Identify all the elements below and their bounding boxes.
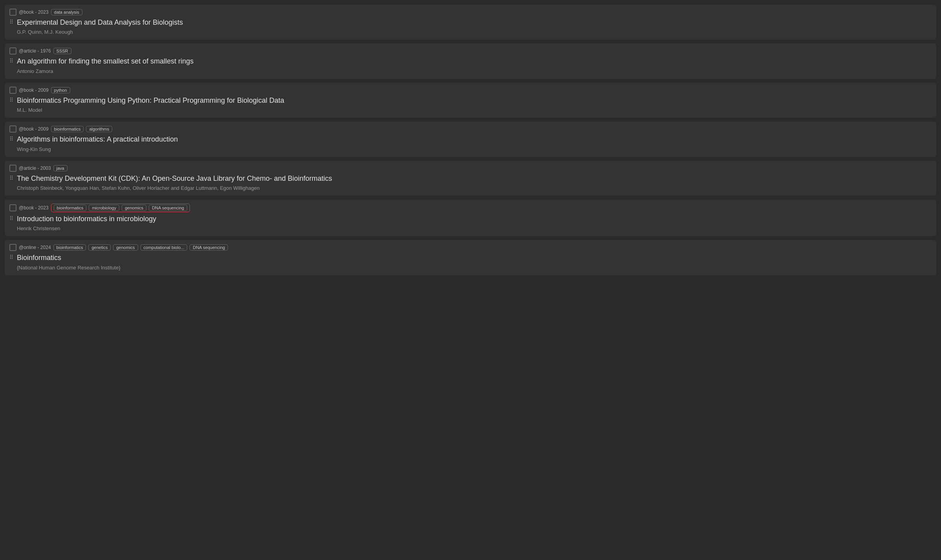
- drag-handle-icon[interactable]: ⠿: [9, 253, 17, 261]
- entry-checkbox[interactable]: [9, 165, 16, 172]
- entry-checkbox[interactable]: [9, 47, 16, 55]
- entry-checkbox[interactable]: [9, 87, 16, 94]
- entry-title[interactable]: Bioinformatics Programming Using Python:…: [17, 96, 932, 105]
- entry-card: @book - 2023data analysis⠿Experimental D…: [5, 5, 936, 40]
- entry-body-row: ⠿Introduction to bioinformatics in micro…: [9, 214, 932, 231]
- entry-authors: G.P. Quinn, M.J. Keough: [17, 29, 932, 35]
- entry-authors: Wing-Kin Sung: [17, 146, 932, 152]
- entry-title[interactable]: Algorithms in bioinformatics: A practica…: [17, 135, 932, 144]
- entry-authors: Henrik Christensen: [17, 225, 932, 231]
- entry-type-badge: @online - 2024: [19, 245, 51, 250]
- entry-type-badge: @book - 2009: [19, 126, 49, 132]
- entry-card: @article - 2003java⠿The Chemistry Develo…: [5, 161, 936, 196]
- entry-tag[interactable]: microbiology: [89, 205, 119, 211]
- entry-title[interactable]: Introduction to bioinformatics in microb…: [17, 215, 932, 224]
- entry-meta-row: @book - 2009bioinformaticsalgorithms: [9, 125, 932, 133]
- entry-checkbox[interactable]: [9, 9, 16, 16]
- entry-tag[interactable]: data analysis: [51, 9, 82, 15]
- entry-body-row: ⠿Experimental Design and Data Analysis f…: [9, 17, 932, 35]
- entry-meta-row: @article - 1976SSSR: [9, 47, 932, 55]
- entry-tag[interactable]: algorithms: [86, 126, 112, 132]
- drag-handle-icon[interactable]: ⠿: [9, 215, 17, 222]
- entry-card: @article - 1976SSSR⠿An algorithm for fin…: [5, 44, 936, 78]
- entry-body-row: ⠿Bioinformatics Programming Using Python…: [9, 95, 932, 113]
- entry-checkbox[interactable]: [9, 125, 16, 133]
- entry-checkbox[interactable]: [9, 244, 16, 251]
- entry-authors: M.L. Model: [17, 107, 932, 113]
- entry-card: @book - 2023bioinformaticsmicrobiologyge…: [5, 200, 936, 236]
- entry-meta-row: @book - 2023bioinformaticsmicrobiologyge…: [9, 204, 932, 212]
- entry-content: An algorithm for finding the smallest se…: [17, 56, 932, 74]
- entry-content: Experimental Design and Data Analysis fo…: [17, 17, 932, 35]
- entry-tag[interactable]: java: [53, 165, 67, 171]
- entry-content: Introduction to bioinformatics in microb…: [17, 214, 932, 231]
- entry-content: The Chemistry Development Kit (CDK): An …: [17, 173, 932, 191]
- entry-meta-row: @book - 2023data analysis: [9, 9, 932, 16]
- entry-tag[interactable]: bioinformatics: [53, 244, 86, 251]
- drag-handle-icon[interactable]: ⠿: [9, 18, 17, 26]
- entry-tag[interactable]: bioinformatics: [54, 205, 87, 211]
- entry-type-badge: @article - 2003: [19, 165, 51, 171]
- entry-content: Bioinformatics Programming Using Python:…: [17, 95, 932, 113]
- entry-title[interactable]: Experimental Design and Data Analysis fo…: [17, 18, 932, 27]
- entry-type-badge: @book - 2023: [19, 9, 49, 15]
- entry-card: @book - 2009python⠿Bioinformatics Progra…: [5, 83, 936, 118]
- entry-tags-highlighted: bioinformaticsmicrobiologygenomicsDNA se…: [51, 204, 190, 212]
- entry-meta-row: @book - 2009python: [9, 87, 932, 94]
- entry-authors: Antonio Zamora: [17, 68, 932, 74]
- entry-title[interactable]: The Chemistry Development Kit (CDK): An …: [17, 174, 932, 183]
- entry-tag[interactable]: bioinformatics: [51, 126, 84, 132]
- entry-tag[interactable]: genetics: [88, 244, 111, 251]
- entry-card: @online - 2024bioinformaticsgeneticsgeno…: [5, 240, 936, 275]
- entry-authors: {National Human Genome Research Institut…: [17, 265, 932, 271]
- entry-type-badge: @article - 1976: [19, 48, 51, 54]
- entry-type-badge: @book - 2009: [19, 87, 49, 93]
- entry-title[interactable]: An algorithm for finding the smallest se…: [17, 57, 932, 66]
- entry-meta-row: @online - 2024bioinformaticsgeneticsgeno…: [9, 244, 932, 251]
- entry-tag[interactable]: python: [51, 87, 70, 93]
- entry-tag[interactable]: DNA sequencing: [190, 244, 228, 251]
- entry-body-row: ⠿Bioinformatics{National Human Genome Re…: [9, 253, 932, 270]
- drag-handle-icon[interactable]: ⠿: [9, 174, 17, 182]
- entry-tag[interactable]: computational biolo...: [140, 244, 188, 251]
- entry-body-row: ⠿Algorithms in bioinformatics: A practic…: [9, 134, 932, 152]
- entry-tag[interactable]: SSSR: [53, 48, 71, 54]
- entry-body-row: ⠿The Chemistry Development Kit (CDK): An…: [9, 173, 932, 191]
- drag-handle-icon[interactable]: ⠿: [9, 57, 17, 65]
- entry-card: @book - 2009bioinformaticsalgorithms⠿Alg…: [5, 122, 936, 156]
- entry-body-row: ⠿An algorithm for finding the smallest s…: [9, 56, 932, 74]
- entry-checkbox[interactable]: [9, 204, 16, 211]
- entry-list: @book - 2023data analysis⠿Experimental D…: [0, 3, 941, 277]
- entry-tag[interactable]: genomics: [122, 205, 146, 211]
- drag-handle-icon[interactable]: ⠿: [9, 96, 17, 104]
- drag-handle-icon[interactable]: ⠿: [9, 135, 17, 143]
- entry-content: Algorithms in bioinformatics: A practica…: [17, 134, 932, 152]
- entry-tag[interactable]: genomics: [113, 244, 138, 251]
- entry-title[interactable]: Bioinformatics: [17, 253, 932, 262]
- entry-tag[interactable]: DNA sequencing: [149, 205, 187, 211]
- entry-authors: Christoph Steinbeck, Yongquan Han, Stefa…: [17, 185, 932, 191]
- entry-type-badge: @book - 2023: [19, 205, 49, 211]
- entry-meta-row: @article - 2003java: [9, 165, 932, 172]
- entry-content: Bioinformatics{National Human Genome Res…: [17, 253, 932, 270]
